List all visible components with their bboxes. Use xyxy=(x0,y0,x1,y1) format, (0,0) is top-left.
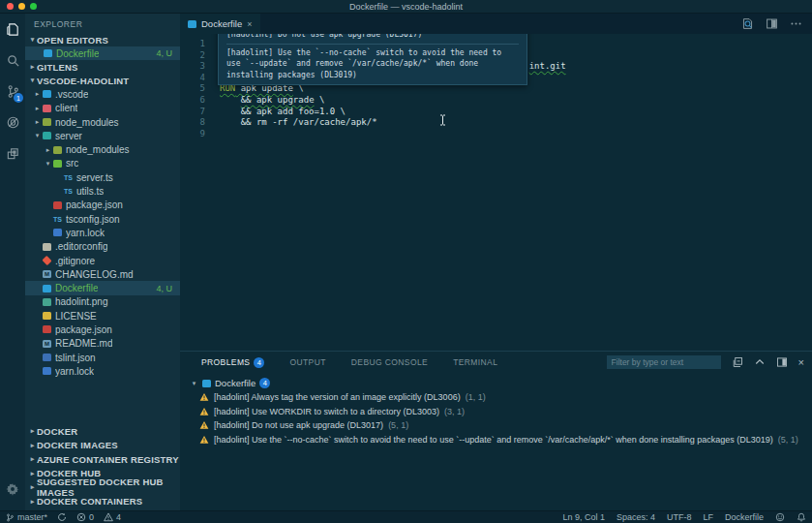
tree-item-tslint-json[interactable]: tslint.json xyxy=(25,351,180,364)
gitlens-compare-icon[interactable] xyxy=(741,17,754,30)
tree-item-yarn-lock[interactable]: yarn.lock xyxy=(25,364,180,378)
chevron-up-icon[interactable] xyxy=(754,356,766,368)
tree-item--editorconfig[interactable]: .editorconfig xyxy=(25,240,180,254)
editorconfig-file-icon xyxy=(43,243,51,251)
panel-tab-output[interactable]: OUTPUT xyxy=(289,357,325,367)
tree-item-package-json[interactable]: package.json xyxy=(25,199,180,212)
tree-item-yarn-lock[interactable]: yarn.lock xyxy=(25,226,180,239)
warning-icon xyxy=(199,435,209,445)
tree-item-server-ts[interactable]: TSserver.ts xyxy=(25,170,180,184)
section-suggested-docker-hub-images[interactable]: ▸SUGGESTED DOCKER HUB IMAGES xyxy=(25,480,180,495)
code-line-6[interactable]: 6 && apk upgrade \ xyxy=(180,95,812,107)
tree-item-utils-ts[interactable]: TSutils.ts xyxy=(25,184,180,198)
tree-item-client[interactable]: ▸client xyxy=(25,102,180,115)
problem-row-1[interactable]: [hadolint] Always tag the version of an … xyxy=(180,390,812,405)
problem-row-4[interactable]: [hadolint] Use the `--no-cache` switch t… xyxy=(180,433,812,447)
code-editor[interactable]: 123int.git45RUN apk update \6 && apk upg… xyxy=(180,34,812,351)
section-gitlens[interactable]: ▸ GITLENS xyxy=(25,60,180,74)
warning-icon xyxy=(104,512,113,522)
open-editor-dockerfile[interactable]: Dockerfile 4, U xyxy=(25,46,180,60)
tree-item-label: server.ts xyxy=(76,172,113,183)
tree-item-hadolint-png[interactable]: hadolint.png xyxy=(25,295,180,309)
section-open-editors[interactable]: ▾ OPEN EDITORS xyxy=(25,33,180,46)
tree-item-node-modules[interactable]: ▸node_modules xyxy=(25,142,180,156)
problem-message: [hadolint] Use the `--no-cache` switch t… xyxy=(214,435,773,445)
warning-count-indicator[interactable]: 4 xyxy=(104,512,121,522)
tree-item-server[interactable]: ▾server xyxy=(25,129,180,142)
server-folder-icon xyxy=(43,132,51,139)
code-line-7[interactable]: 7 && apk add foo=1.0 \ xyxy=(180,107,812,118)
settings-gear-icon[interactable] xyxy=(0,474,25,505)
tree-item-changelog-md[interactable]: MCHANGELOG.md xyxy=(25,267,180,281)
activity-extensions-icon[interactable] xyxy=(0,138,25,169)
activity-debug-icon[interactable] xyxy=(0,107,25,138)
tab-dockerfile[interactable]: Dockerfile × xyxy=(180,14,260,34)
chevron-down-icon: ▾ xyxy=(44,160,52,168)
file-problem-count-badge: 4 xyxy=(259,378,270,388)
source-control-badge: 1 xyxy=(14,93,23,103)
status-spaces[interactable]: Spaces: 4 xyxy=(617,512,655,522)
problem-row-2[interactable]: [hadolint] Use WORKDIR to switch to a di… xyxy=(180,405,812,419)
status-utf-8[interactable]: UTF-8 xyxy=(667,512,692,522)
tree-item-dockerfile[interactable]: Dockerfile4, U xyxy=(25,281,180,294)
code-line-8[interactable]: 8 && rm -rf /var/cache/apk/* xyxy=(180,117,812,129)
tree-item--gitignore[interactable]: .gitignore xyxy=(25,254,180,267)
panel-tab-debug-console[interactable]: DEBUG CONSOLE xyxy=(351,357,428,367)
problems-filter-input[interactable] xyxy=(607,355,721,369)
tab-bar: Dockerfile × xyxy=(180,14,812,34)
section-label: DOCKER CONTAINERS xyxy=(37,496,142,507)
problem-position: (3, 1) xyxy=(444,407,465,416)
status-dockerfile[interactable]: Dockerfile xyxy=(725,512,764,522)
section-docker[interactable]: ▸DOCKER xyxy=(25,424,180,439)
panel-tab-problems[interactable]: PROBLEMS4 xyxy=(201,357,264,368)
panel-tab-label: DEBUG CONSOLE xyxy=(351,357,428,367)
panel-tab-label: OUTPUT xyxy=(289,357,325,367)
mouse-text-cursor xyxy=(439,114,446,128)
tree-item--vscode[interactable]: ▸.vscode xyxy=(25,87,180,101)
collapse-all-icon[interactable] xyxy=(732,356,743,368)
error-icon xyxy=(76,512,86,522)
split-editor-icon[interactable] xyxy=(766,17,778,30)
yarn-file-icon xyxy=(53,229,62,236)
feedback-smiley-icon[interactable] xyxy=(775,512,785,522)
chevron-right-icon: ▸ xyxy=(28,442,37,449)
tab-close-icon[interactable]: × xyxy=(247,19,252,29)
chevron-right-icon: ▸ xyxy=(28,63,37,71)
editor-area: Dockerfile × 123int.git45RUN apk update … xyxy=(180,14,812,510)
status-ln[interactable]: Ln 9, Col 1 xyxy=(562,512,605,522)
section-label: DOCKER xyxy=(37,426,77,437)
section-azure-container-registry[interactable]: ▸AZURE CONTAINER REGISTRY xyxy=(25,452,180,467)
git-branch-icon xyxy=(6,512,15,523)
close-panel-icon[interactable]: × xyxy=(798,357,804,368)
status-bar: master* 0 4 Ln 9, Col 1Spaces: 4UTF-8LFD… xyxy=(0,510,812,523)
tree-item-node-modules[interactable]: ▸node_modules xyxy=(25,115,180,129)
problem-row-3[interactable]: [hadolint] Do not use apk upgrade (DL301… xyxy=(180,418,812,433)
git-branch-indicator[interactable]: master* xyxy=(6,512,47,523)
activity-search-icon[interactable] xyxy=(0,45,25,76)
code-line-9[interactable]: 9 xyxy=(180,129,812,140)
tree-item-label: README.md xyxy=(55,338,112,349)
tree-item-license[interactable]: LICENSE xyxy=(25,309,180,323)
more-actions-icon[interactable] xyxy=(790,17,802,30)
problems-file-group[interactable]: ▾ Dockerfile 4 xyxy=(180,376,812,390)
tree-item-label: client xyxy=(55,103,77,113)
tree-item-tsconfig-json[interactable]: TStsconfig.json xyxy=(25,212,180,226)
section-project-root[interactable]: ▾ VSCODE-HADOLINT xyxy=(25,74,180,87)
activity-source-control-icon[interactable]: 1 xyxy=(0,76,25,107)
warning-icon xyxy=(199,407,209,416)
status-lf[interactable]: LF xyxy=(703,512,713,522)
maximize-panel-icon[interactable] xyxy=(776,356,788,368)
error-count-indicator[interactable]: 0 xyxy=(76,512,94,522)
tree-item-src[interactable]: ▾src xyxy=(25,157,180,170)
code-line-5[interactable]: 5RUN apk update \ xyxy=(180,83,812,95)
tree-item-package-json[interactable]: package.json xyxy=(25,323,180,336)
sync-indicator[interactable] xyxy=(57,512,67,522)
tree-item-label: package.json xyxy=(66,200,123,210)
section-docker-images[interactable]: ▸DOCKER IMAGES xyxy=(25,439,180,453)
panel-tab-terminal[interactable]: TERMINAL xyxy=(453,357,497,367)
activity-explorer-icon[interactable] xyxy=(0,14,25,45)
status-bar-right: Ln 9, Col 1Spaces: 4UTF-8LFDockerfile xyxy=(551,512,806,522)
notifications-bell-icon[interactable] xyxy=(797,512,806,522)
chevron-right-icon: ▸ xyxy=(28,455,37,463)
tree-item-readme-md[interactable]: MREADME.md xyxy=(25,337,180,351)
